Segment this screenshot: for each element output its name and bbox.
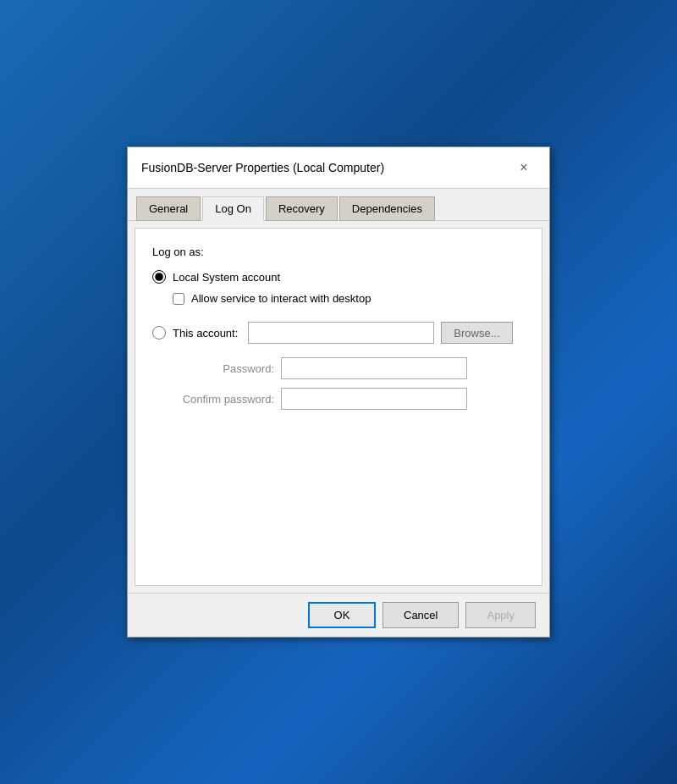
close-button[interactable]: × <box>512 156 536 179</box>
logon-as-label: Log on as: <box>152 246 525 258</box>
password-label: Password: <box>173 362 274 375</box>
this-account-label: This account: <box>173 327 238 340</box>
interact-desktop-label: Allow service to interact with desktop <box>191 292 371 305</box>
tab-dependencies[interactable]: Dependencies <box>339 196 435 221</box>
tab-general[interactable]: General <box>136 196 201 221</box>
dialog-footer: OK Cancel Apply <box>128 593 549 637</box>
local-system-label: Local System account <box>173 271 280 284</box>
local-system-row: Local System account <box>152 270 525 284</box>
confirm-password-row: Confirm password: <box>173 388 525 410</box>
logon-options: Local System account Allow service to in… <box>152 270 525 344</box>
ok-button[interactable]: OK <box>308 602 376 628</box>
tab-content: Log on as: Local System account Allow se… <box>135 228 542 586</box>
cancel-button[interactable]: Cancel <box>383 602 459 628</box>
browse-button[interactable]: Browse... <box>441 322 512 344</box>
this-account-input[interactable] <box>248 322 434 344</box>
password-section: Password: Confirm password: <box>173 357 525 410</box>
title-bar: FusionDB-Server Properties (Local Comput… <box>128 147 549 189</box>
properties-dialog: FusionDB-Server Properties (Local Comput… <box>127 146 550 638</box>
this-account-row: This account: Browse... <box>152 322 525 344</box>
tab-recovery[interactable]: Recovery <box>266 196 338 221</box>
tab-bar: General Log On Recovery Dependencies <box>128 189 549 221</box>
password-input[interactable] <box>281 357 467 379</box>
confirm-password-input[interactable] <box>281 388 467 410</box>
tab-logon[interactable]: Log On <box>202 196 264 221</box>
this-account-radio[interactable] <box>152 326 166 340</box>
interact-desktop-row: Allow service to interact with desktop <box>173 292 525 305</box>
local-system-radio[interactable] <box>152 270 166 284</box>
apply-button[interactable]: Apply <box>465 602 536 628</box>
interact-desktop-checkbox[interactable] <box>173 293 184 305</box>
password-row: Password: <box>173 357 525 379</box>
dialog-title: FusionDB-Server Properties (Local Comput… <box>141 161 384 174</box>
confirm-password-label: Confirm password: <box>173 393 274 406</box>
